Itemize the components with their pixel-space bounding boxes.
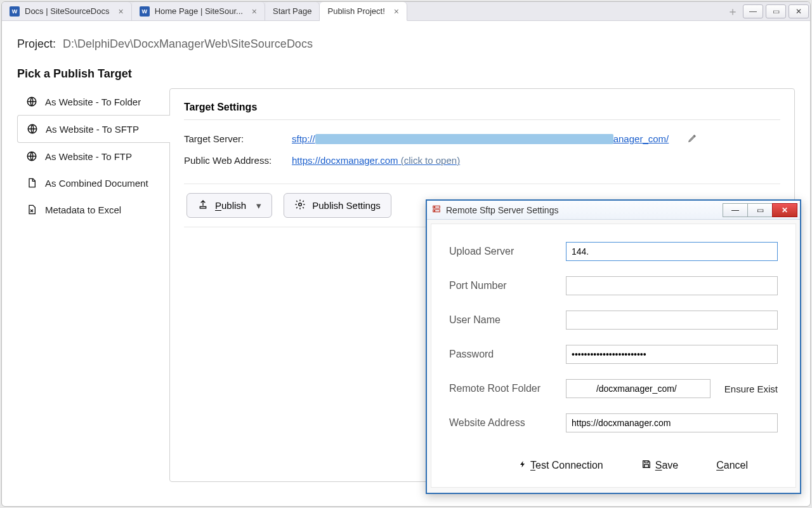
dialog-titlebar[interactable]: Remote Sftp Server Settings — ▭ ✕ — [427, 201, 800, 220]
tab-bar: W Docs | SiteSourceDocs × W Home Page | … — [2, 2, 810, 21]
public-web-label: Public Web Address: — [184, 155, 279, 166]
server-icon — [432, 204, 441, 215]
excel-file-icon — [26, 204, 37, 215]
minimize-button[interactable]: — — [743, 4, 763, 18]
btn-label: Publish Settings — [312, 200, 381, 211]
dialog-body: Upload Server Port Number User Name Pass… — [431, 224, 796, 488]
globe-icon — [26, 150, 37, 162]
website-address-field: Website Address — [449, 413, 778, 432]
field-label: Port Number — [449, 280, 566, 291]
dialog-minimize-button[interactable]: — — [723, 203, 748, 217]
tab-label: Publish Project! — [327, 6, 384, 16]
sftp-settings-dialog: Remote Sftp Server Settings — ▭ ✕ Upload… — [426, 199, 801, 494]
test-connection-button[interactable]: Test Connection — [519, 459, 603, 472]
cancel-button[interactable]: Cancel — [716, 460, 748, 471]
publish-target-list: As Website - To Folder As Website - To S… — [17, 88, 169, 482]
click-to-open-hint: (click to open) — [398, 155, 461, 166]
user-name-input[interactable] — [566, 311, 778, 330]
nav-combined-document[interactable]: As Combined Document — [17, 170, 169, 196]
nav-as-website-folder[interactable]: As Website - To Folder — [17, 88, 169, 115]
dialog-close-button[interactable]: ✕ — [772, 203, 797, 217]
password-input[interactable] — [566, 345, 778, 364]
close-icon[interactable]: × — [118, 6, 123, 17]
dialog-window-controls: — ▭ ✕ — [723, 203, 797, 217]
target-server-link[interactable]: sftp:// anager_com/ — [292, 133, 669, 144]
publish-rest: ublish — [221, 200, 246, 211]
field-label: Upload Server — [449, 246, 566, 257]
panel-title: Target Settings — [184, 102, 780, 120]
ensure-exist-link[interactable]: Ensure Exist — [724, 384, 778, 394]
target-server-row: Target Server: sftp:// anager_com/ — [184, 133, 780, 145]
remote-root-input[interactable] — [566, 379, 710, 398]
field-label: Website Address — [449, 417, 566, 429]
svg-rect-9 — [645, 461, 648, 463]
project-label: Project: — [17, 37, 56, 50]
btn-label: Publish — [215, 200, 246, 211]
tab-label: Start Page — [273, 6, 311, 16]
window-controls: ＋ — ▭ ✕ — [724, 2, 810, 20]
nav-metadata-excel[interactable]: Metadata to Excel — [17, 196, 169, 223]
word-doc-icon: W — [140, 6, 150, 17]
close-icon[interactable]: × — [252, 6, 257, 17]
nav-label: As Website - To Folder — [45, 97, 141, 107]
new-tab-button[interactable]: ＋ — [725, 4, 740, 18]
public-web-link[interactable]: https://docxmanager.com (click to open) — [292, 155, 460, 166]
chevron-down-icon[interactable]: ▾ — [256, 200, 261, 211]
dialog-title: Remote Sftp Server Settings — [446, 205, 558, 215]
svg-point-7 — [435, 207, 435, 208]
dialog-maximize-button[interactable]: ▭ — [747, 203, 773, 217]
target-server-label: Target Server: — [184, 133, 279, 144]
tab-docs[interactable]: W Docs | SiteSourceDocs × — [2, 2, 132, 20]
save-disk-icon — [641, 459, 652, 472]
lightning-icon — [519, 459, 527, 472]
svg-rect-10 — [644, 465, 648, 468]
public-web-row: Public Web Address: https://docxmanager.… — [184, 155, 780, 166]
globe-icon — [26, 96, 37, 107]
globe-icon — [27, 123, 38, 135]
user-name-field: User Name — [449, 311, 778, 330]
nav-label: Metadata to Excel — [45, 204, 121, 215]
website-address-input[interactable] — [566, 413, 778, 432]
project-row: Project: D:\DelphiDev\DocxManagerWeb\Sit… — [17, 37, 795, 51]
word-doc-icon: W — [10, 6, 20, 17]
field-label: User Name — [449, 314, 566, 326]
public-web-url-text: https://docxmanager.com — [292, 155, 398, 166]
svg-rect-3 — [200, 206, 206, 208]
dialog-actions: Test Connection Save Cancel — [449, 459, 778, 472]
gear-icon — [294, 199, 306, 212]
btn-label: Cancel — [716, 460, 748, 471]
tab-label: Docs | SiteSourceDocs — [25, 6, 109, 16]
svg-point-4 — [299, 203, 302, 206]
upload-server-input[interactable] — [566, 242, 778, 261]
tab-publish-project[interactable]: Publish Project! × — [320, 2, 407, 21]
sftp-prefix: sftp:// — [292, 133, 315, 144]
nav-as-website-sftp[interactable]: As Website - To SFTP — [17, 115, 170, 143]
file-icon — [26, 177, 37, 189]
remote-root-field: Remote Root Folder Ensure Exist — [449, 379, 778, 398]
tab-start-page[interactable]: Start Page — [265, 2, 320, 20]
sftp-suffix: anager_com/ — [613, 133, 669, 144]
publish-settings-button[interactable]: Publish Settings — [284, 193, 391, 218]
page-heading: Pick a Publish Target — [17, 67, 795, 81]
btn-label: Test Connection — [530, 460, 603, 471]
maximize-button[interactable]: ▭ — [766, 4, 786, 18]
app-window: W Docs | SiteSourceDocs × W Home Page | … — [1, 1, 811, 507]
nav-label: As Combined Document — [45, 178, 148, 189]
close-icon[interactable]: × — [394, 6, 399, 17]
tab-label: Home Page | SiteSour... — [155, 6, 243, 16]
nav-as-website-ftp[interactable]: As Website - To FTP — [17, 143, 169, 170]
tab-home-page[interactable]: W Home Page | SiteSour... × — [132, 2, 265, 20]
close-button[interactable]: ✕ — [789, 4, 809, 18]
field-label: Remote Root Folder — [449, 383, 566, 394]
publish-button[interactable]: Publish ▾ — [187, 193, 272, 218]
save-button[interactable]: Save — [641, 459, 678, 472]
btn-label: Save — [655, 460, 678, 471]
svg-point-8 — [435, 210, 435, 211]
upload-icon — [197, 199, 209, 211]
edit-pencil-icon[interactable] — [688, 133, 698, 145]
port-number-input[interactable] — [566, 276, 778, 295]
redacted-segment — [315, 134, 613, 144]
password-field: Password — [449, 345, 778, 364]
project-path: D:\DelphiDev\DocxManagerWeb\SiteSourceDo… — [63, 37, 313, 50]
nav-label: As Website - To FTP — [45, 151, 132, 162]
